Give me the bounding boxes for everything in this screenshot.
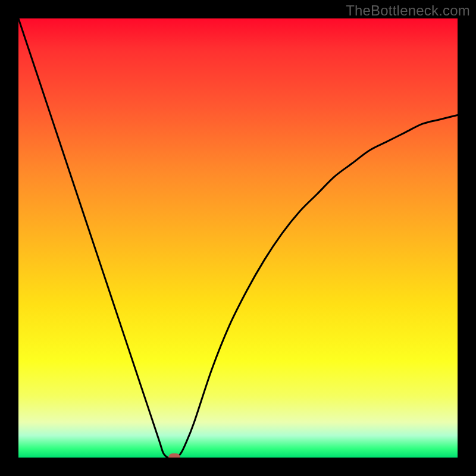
bottleneck-curve bbox=[18, 18, 458, 458]
chart-frame: TheBottleneck.com bbox=[0, 0, 476, 476]
watermark-text: TheBottleneck.com bbox=[346, 2, 470, 19]
plot-area bbox=[18, 18, 458, 458]
optimal-point-marker bbox=[168, 453, 180, 458]
